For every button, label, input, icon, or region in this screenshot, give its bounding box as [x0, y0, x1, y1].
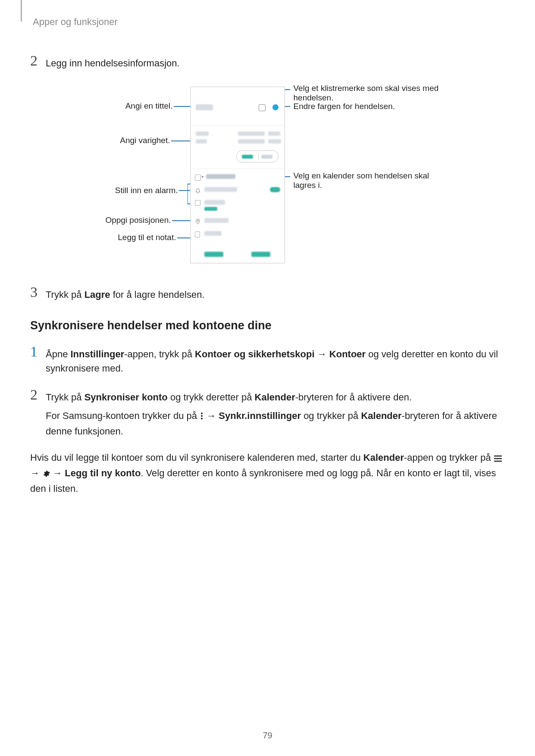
phone-time-area — [191, 125, 285, 169]
bold: Kalender — [361, 410, 401, 421]
step-text: Trykk på Synkroniser konto og trykk dere… — [46, 387, 505, 438]
text: → — [50, 468, 65, 478]
callout-alarm: Still inn en alarm. — [82, 186, 178, 195]
text: for å lagre hendelsen. — [110, 289, 205, 300]
phone-cancel-button — [204, 252, 223, 257]
page-number: 79 — [0, 731, 535, 740]
step-number: 1 — [30, 344, 46, 359]
text: Åpne — [46, 349, 71, 359]
step-text: Trykk på Lagre for å lagre hendelsen. — [46, 285, 505, 302]
text: og trykker på — [301, 410, 361, 421]
step-text: Åpne Innstillinger-appen, trykk på Konto… — [46, 344, 505, 375]
bold: Legg til ny konto — [65, 468, 141, 478]
text: For Samsung-kontoen trykker du på — [46, 410, 200, 421]
time-pill — [236, 150, 278, 162]
color-dot-icon — [272, 104, 278, 110]
row-note — [191, 228, 285, 241]
step-3: 3 Trykk på Lagre for å lagre hendelsen. — [30, 285, 505, 302]
callout-duration: Angi varighet. — [82, 136, 170, 145]
diagram: Angi en tittel. Angi varighet. Still inn… — [61, 82, 475, 268]
sync-step-2: 2 Trykk på Synkroniser konto og trykk de… — [30, 387, 505, 438]
row-calendar — [191, 172, 285, 184]
callout-location: Oppgi posisjonen. — [82, 216, 171, 225]
bold: Synkroniser konto — [84, 392, 168, 403]
phone-title-area — [191, 87, 285, 125]
step-text: Legg inn hendelsesinformasjon. — [46, 53, 505, 70]
bold: Innstillinger — [71, 349, 125, 359]
calendar-small-icon — [195, 175, 201, 181]
bold: Kalender — [255, 392, 295, 403]
tail-paragraph: Hvis du vil legge til kontoer som du vil… — [30, 450, 505, 496]
phone-options — [191, 169, 285, 247]
callout-sticker: Velg et klistremerke som skal vises med … — [294, 84, 449, 103]
callout-note: Legg til et notat. — [82, 233, 176, 242]
text: -appen og trykker på — [404, 452, 494, 463]
bold: Kontoer og sikkerhetskopi — [195, 349, 315, 359]
phone-mock — [190, 87, 285, 263]
phone-save-button — [251, 252, 270, 257]
step-number: 2 — [30, 53, 46, 68]
text: -appen, trykk på — [124, 349, 195, 359]
bell-icon — [195, 187, 200, 193]
header-rule — [21, 0, 22, 22]
text: → — [315, 349, 329, 359]
text: → — [30, 468, 42, 478]
bold: Synkr.innstillinger — [219, 410, 301, 421]
bold: Kontoer — [329, 349, 366, 359]
text: og trykk deretter på — [168, 392, 255, 403]
repeat-icon — [195, 200, 200, 206]
row-repeat — [191, 197, 285, 215]
step-2: 2 Legg inn hendelsesinformasjon. — [30, 53, 505, 70]
text: Trykk på — [46, 392, 84, 403]
location-pin-icon — [195, 219, 200, 224]
svg-point-2 — [201, 415, 203, 417]
section-heading: Synkronisere hendelser med kontoene dine — [30, 319, 505, 332]
gear-icon — [42, 467, 50, 481]
title-field — [196, 104, 213, 110]
step-number: 3 — [30, 285, 46, 300]
toggle-icon — [270, 187, 280, 192]
sync-step-1: 1 Åpne Innstillinger-appen, trykk på Kon… — [30, 344, 505, 375]
text: → — [204, 410, 219, 421]
text: -bryteren for å aktivere den. — [295, 392, 412, 403]
svg-point-0 — [197, 220, 198, 222]
bold: Kalender — [363, 452, 404, 463]
bold: Lagre — [84, 289, 110, 300]
note-icon — [195, 231, 200, 237]
text: Hvis du vil legge til kontoer som du vil… — [30, 452, 363, 463]
row-alarm — [191, 184, 285, 197]
breadcrumb: Apper og funksjoner — [33, 16, 505, 28]
callout-calendar: Velg en kalender som hendelsen skal lagr… — [294, 171, 449, 190]
row-location — [191, 216, 285, 228]
page: Apper og funksjoner 2 Legg inn hendelses… — [0, 0, 535, 756]
hamburger-icon — [494, 452, 502, 466]
text: Trykk på — [46, 289, 84, 300]
step-number: 2 — [30, 387, 46, 402]
phone-buttons — [191, 246, 285, 263]
more-vert-icon — [200, 410, 204, 424]
callout-title: Angi en tittel. — [82, 101, 173, 111]
svg-point-1 — [201, 412, 203, 414]
svg-point-3 — [201, 418, 203, 419]
sticker-icon — [259, 104, 266, 111]
lead-line — [188, 184, 188, 203]
callout-color: Endre fargen for hendelsen. — [294, 102, 449, 111]
